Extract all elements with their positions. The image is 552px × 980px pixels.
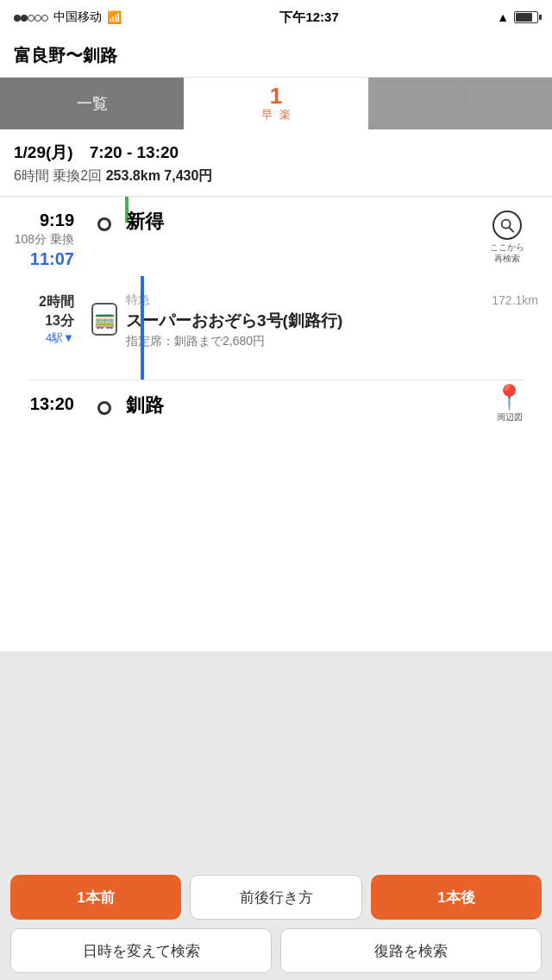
svg-line-1: [509, 228, 513, 232]
route-date-time: 1/29(月) 7:20 - 13:20: [14, 141, 538, 164]
train-icon: 🚃: [91, 303, 117, 336]
stop-shintoku: 9:19 108分 乗換 11:07 新得 ここ: [14, 197, 538, 276]
transfer-info-col: 特急 172.1km スーパーおおぞら3号(釧路行) 指定席：釧路まで2,680…: [117, 276, 538, 362]
train-name: スーパーおおぞら3号(釧路行): [126, 310, 538, 332]
station-name-2: 釧路: [126, 394, 538, 417]
footer-row1: 1本前 前後行き方 1本後: [10, 875, 542, 920]
route-duration: 6時間: [14, 168, 49, 183]
change-time-button[interactable]: 日時を変えて検索: [10, 928, 272, 973]
map-button[interactable]: 📍 周辺図: [494, 383, 524, 424]
arrival-time-2: 13:20: [14, 394, 74, 414]
wifi-icon: 📶: [107, 10, 122, 24]
search-icon: [492, 210, 522, 240]
carrier-label: 中国移动: [53, 9, 102, 25]
stop-kushiro: 13:20 釧路 📍 周辺図: [14, 380, 538, 437]
route-transfers: 乗換2回: [53, 168, 102, 183]
stop-time-col: 9:19 108分 乗換 11:07: [14, 210, 91, 269]
status-right: ▲: [497, 10, 538, 24]
transfer-label: 108分 乗換: [14, 232, 74, 248]
status-bar: 中国移动 📶 下午12:37 ▲: [0, 0, 552, 35]
tab-1-labels: 早 楽: [261, 107, 291, 122]
prev-train-button[interactable]: 1本前: [10, 875, 181, 920]
location-icon: ▲: [497, 10, 509, 24]
tab-1[interactable]: 1 早 楽: [184, 78, 367, 129]
route-header: 1/29(月) 7:20 - 13:20 6時間 乗換2回 253.8km 7,…: [0, 129, 552, 197]
transfer-row: 2時間13分 4駅▼ 🚃 特急 172.1km スーパーおおぞら3号(釧路行) …: [14, 276, 538, 362]
footer: 1本前 前後行き方 1本後 日時を変えて検索 復路を検索: [0, 864, 552, 980]
tab-ichiran[interactable]: 一覧: [0, 78, 184, 129]
route-fare: 7,430円: [164, 168, 212, 183]
seat-info: 指定席：釧路まで2,680円: [126, 334, 538, 349]
stop-dot-2: [97, 401, 111, 415]
station-col: 新得: [117, 210, 538, 233]
tab-1-number: 1: [270, 85, 282, 107]
battery-icon: [514, 11, 538, 23]
route-distance: 253.8km: [106, 168, 160, 183]
search-again-label: ここから再検索: [490, 242, 524, 264]
transfer-duration: 2時間13分: [39, 292, 74, 331]
station-name: 新得: [126, 210, 538, 233]
norikaeri: 乗換: [50, 232, 74, 246]
map-label: 周辺図: [494, 411, 524, 424]
departure-time: 11:07: [14, 249, 74, 269]
timeline: 9:19 108分 乗換 11:07 新得 ここ: [0, 197, 552, 437]
title-bar: 富良野〜釧路: [0, 35, 552, 78]
status-left: 中国移动 📶: [14, 9, 122, 25]
arrival-time: 9:19: [14, 210, 74, 230]
tab-2-label: 安: [455, 107, 466, 122]
map-icon: 📍: [494, 383, 524, 411]
blue-line: [141, 276, 144, 380]
stop-time-col-2: 13:20: [14, 394, 91, 414]
tab-2-number: 2: [454, 85, 466, 107]
route-details: 6時間 乗換2回 253.8km 7,430円: [14, 167, 538, 185]
segment-distance: 172.1km: [492, 293, 538, 307]
transfer-type-row: 特急 172.1km: [126, 292, 538, 308]
status-time: 下午12:37: [279, 9, 338, 26]
footer-row2: 日時を変えて検索 復路を検索: [10, 928, 542, 973]
bottom-area: [0, 651, 552, 864]
main-content: 9:19 108分 乗換 11:07 新得 ここ: [0, 197, 552, 651]
stop-dot: [97, 217, 111, 231]
stop-dot-col: [91, 210, 117, 231]
stations-count[interactable]: 4駅▼: [46, 330, 74, 346]
transfer-time-col: 2時間13分 4駅▼: [14, 276, 91, 362]
signal-dots: [14, 10, 48, 24]
stop-dot-col-2: [91, 394, 117, 415]
around-button[interactable]: 前後行き方: [190, 875, 362, 920]
next-train-button[interactable]: 1本後: [371, 875, 542, 920]
return-route-button[interactable]: 復路を検索: [280, 928, 542, 973]
transfer-icon-col: 🚃: [91, 276, 117, 362]
tab-2[interactable]: 2 安: [368, 78, 552, 129]
tab-bar: 一覧 1 早 楽 2 安: [0, 78, 552, 129]
search-again-button[interactable]: ここから再検索: [490, 210, 524, 264]
station-col-2: 釧路: [117, 394, 538, 417]
segment-row: 2時間13分 4駅▼ 🚃 特急 172.1km スーパーおおぞら3号(釧路行) …: [14, 276, 538, 380]
page-title: 富良野〜釧路: [14, 44, 117, 67]
train-type: 特急: [126, 292, 150, 308]
